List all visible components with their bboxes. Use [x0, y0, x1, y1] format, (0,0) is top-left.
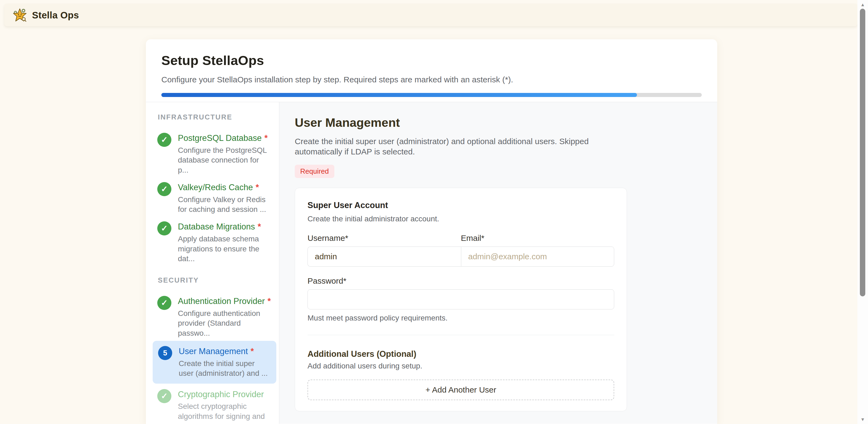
- brand-name: Stella Ops: [32, 10, 79, 21]
- scrollbar[interactable]: ▲ ▼: [858, 0, 868, 424]
- required-asterisk: *: [265, 133, 268, 143]
- main-content: User Management Create the initial super…: [279, 102, 717, 424]
- step-description: Apply database schema migrations to ensu…: [178, 234, 271, 264]
- sidebar: INFRASTRUCTURE ✓ PostgreSQL Database* Co…: [146, 102, 279, 424]
- additional-users-subtitle: Add additional users during setup.: [308, 362, 614, 370]
- username-field-group: Username*: [308, 233, 461, 267]
- sidebar-item-postgresql-database[interactable]: ✓ PostgreSQL Database* Configure the Pos…: [157, 133, 271, 175]
- progress-fill: [161, 93, 637, 97]
- step-description: Create the initial super user (administr…: [179, 359, 271, 379]
- required-asterisk: *: [256, 183, 259, 192]
- step-description: Configure Valkey or Redis for caching an…: [178, 195, 271, 215]
- setup-header: Setup StellaOps Configure your StellaOps…: [146, 39, 717, 102]
- stellaops-logo-icon: [12, 8, 27, 23]
- step-title: Authentication Provider*: [178, 296, 271, 306]
- scroll-up-icon[interactable]: ▲: [858, 2, 868, 8]
- sidebar-item-authentication-provider[interactable]: ✓ Authentication Provider* Configure aut…: [157, 296, 271, 338]
- sidebar-item-user-management[interactable]: 5 User Management* Create the initial su…: [153, 341, 276, 384]
- step-number-badge: 5: [158, 346, 172, 360]
- email-field-group: Email*: [461, 233, 615, 267]
- step-title: User Management*: [179, 346, 271, 356]
- step-description: Configure authentication provider (Stand…: [178, 308, 271, 338]
- step-description: Configure the PostgreSQL database connec…: [178, 145, 271, 175]
- card-title: Super User Account: [308, 200, 614, 210]
- sidebar-item-database-migrations[interactable]: ✓ Database Migrations* Apply database sc…: [157, 221, 271, 264]
- username-input[interactable]: [308, 247, 461, 267]
- check-icon: ✓: [157, 389, 172, 403]
- step-title: PostgreSQL Database*: [178, 133, 271, 143]
- section-label-infrastructure: INFRASTRUCTURE: [158, 113, 271, 121]
- top-bar: Stella Ops: [4, 4, 858, 26]
- setup-panel: Setup StellaOps Configure your StellaOps…: [146, 39, 717, 424]
- scrollbar-thumb[interactable]: [860, 9, 865, 296]
- check-icon: ✓: [157, 296, 172, 310]
- check-icon: ✓: [157, 221, 172, 235]
- progress-bar: [161, 93, 702, 97]
- required-asterisk: *: [251, 347, 254, 356]
- step-page-title: User Management: [295, 116, 717, 130]
- brand: Stella Ops: [12, 8, 79, 23]
- password-input[interactable]: [308, 289, 614, 309]
- step-page-description: Create the initial super user (administr…: [295, 136, 594, 157]
- step-title: Cryptographic Provider: [178, 389, 271, 399]
- password-label: Password*: [308, 276, 614, 286]
- email-label: Email*: [461, 233, 615, 243]
- add-another-user-button[interactable]: + Add Another User: [308, 380, 614, 400]
- page-subtitle: Configure your StellaOps installation st…: [161, 75, 702, 84]
- section-divider: [308, 335, 614, 335]
- page-title: Setup StellaOps: [161, 53, 702, 68]
- super-user-card: Super User Account Create the initial ad…: [295, 188, 627, 411]
- section-label-security: SECURITY: [158, 276, 271, 285]
- password-hint: Must meet password policy requirements.: [308, 314, 614, 322]
- step-title: Valkey/Redis Cache*: [178, 182, 271, 192]
- page: Stella Ops Setup StellaOps Configure you…: [0, 0, 868, 424]
- check-icon: ✓: [157, 133, 172, 147]
- sidebar-item-valkey-redis-cache[interactable]: ✓ Valkey/Redis Cache* Configure Valkey o…: [157, 182, 271, 215]
- username-label: Username*: [308, 233, 461, 243]
- required-asterisk: *: [258, 222, 261, 231]
- sidebar-item-cryptographic-provider[interactable]: ✓ Cryptographic Provider Select cryptogr…: [157, 389, 271, 424]
- password-field-group: Password* Must meet password policy requ…: [308, 276, 614, 322]
- required-asterisk: *: [268, 296, 271, 306]
- required-badge: Required: [295, 165, 334, 178]
- step-title: Database Migrations*: [178, 221, 271, 232]
- card-subtitle: Create the initial administrator account…: [308, 215, 614, 223]
- scroll-down-icon[interactable]: ▼: [858, 417, 868, 422]
- check-icon: ✓: [157, 182, 172, 196]
- step-description: Select cryptographic algorithms for sign…: [178, 401, 271, 424]
- additional-users-section: Additional Users (Optional) Add addition…: [308, 349, 614, 400]
- additional-users-title: Additional Users (Optional): [308, 349, 614, 359]
- email-input[interactable]: [461, 247, 615, 267]
